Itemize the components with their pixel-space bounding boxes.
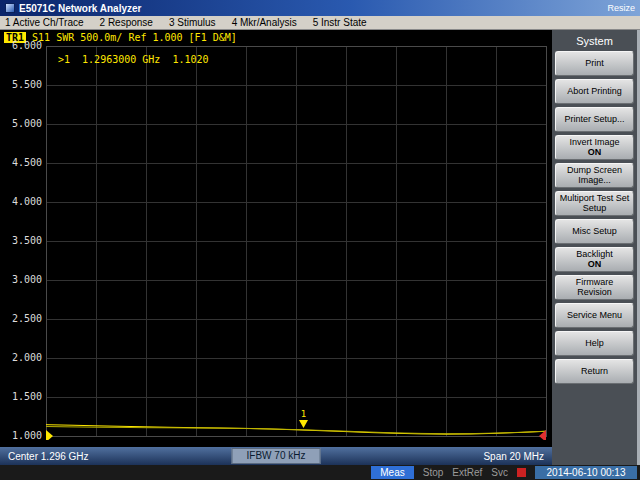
- ifbw-label: IFBW 70 kHz: [232, 448, 321, 464]
- softkey-invert-image[interactable]: Invert ImageON: [555, 135, 634, 160]
- span-label: Span 20 MHz: [483, 451, 544, 462]
- softkey-label: Printer Setup...: [564, 115, 624, 125]
- y-axis-tick-label: 5.500: [2, 79, 42, 90]
- channel-window: TR1 S11 SWR 500.0m/ Ref 1.000 [F1 D&M] 1…: [0, 30, 552, 465]
- softkey-misc-setup[interactable]: Misc Setup: [555, 219, 634, 244]
- plot-canvas: 1: [46, 46, 548, 440]
- softkey-menu: System PrintAbort PrintingPrinter Setup.…: [552, 30, 640, 465]
- instrument-screen: E5071C Network Analyzer Resize 1 Active …: [0, 0, 640, 480]
- y-axis-tick-label: 2.000: [2, 352, 42, 363]
- menu-bar: 1 Active Ch/Trace2 Response3 Stimulus4 M…: [0, 16, 640, 30]
- y-axis-tick-label: 6.000: [2, 40, 42, 51]
- status-bar: Meas Stop ExtRef Svc 2014-06-10 00:13: [0, 465, 640, 480]
- resize-button[interactable]: Resize: [607, 3, 635, 13]
- status-extref-indicator: ExtRef: [452, 467, 482, 478]
- softkey-label: Service Menu: [567, 311, 622, 321]
- window-titlebar: E5071C Network Analyzer Resize: [0, 0, 640, 16]
- softkey-service-menu[interactable]: Service Menu: [555, 303, 634, 328]
- softkey-list: PrintAbort PrintingPrinter Setup...Inver…: [555, 51, 634, 387]
- menu-item-4-mkr-analysis[interactable]: 4 Mkr/Analysis: [232, 17, 297, 28]
- softkey-label: Multiport Test Set Setup: [558, 194, 631, 214]
- softkey-label: Abort Printing: [567, 87, 622, 97]
- y-axis-tick-label: 1.000: [2, 430, 42, 441]
- menu-item-1-active-ch-trace[interactable]: 1 Active Ch/Trace: [5, 17, 84, 28]
- softkey-help[interactable]: Help: [555, 331, 634, 356]
- softkey-return[interactable]: Return: [555, 359, 634, 384]
- softkey-printer-setup[interactable]: Printer Setup...: [555, 107, 634, 132]
- softkey-value: ON: [588, 260, 602, 270]
- softkey-firmware-revision[interactable]: Firmware Revision: [555, 275, 634, 300]
- status-svc-indicator: Svc: [491, 467, 508, 478]
- y-axis-tick-label: 2.500: [2, 313, 42, 324]
- softkey-abort-printing[interactable]: Abort Printing: [555, 79, 634, 104]
- stimulus-footer: Center 1.296 GHz IFBW 70 kHz Span 20 MHz: [0, 447, 552, 465]
- softkey-label: Misc Setup: [572, 227, 617, 237]
- window-title: E5071C Network Analyzer: [19, 3, 603, 14]
- marker-readout: >1 1.2963000 GHz 1.1020: [58, 54, 209, 65]
- y-axis-tick-label: 3.500: [2, 235, 42, 246]
- marker-1-label: 1: [301, 409, 306, 419]
- menu-item-2-response[interactable]: 2 Response: [100, 17, 153, 28]
- status-red-led: [517, 468, 526, 477]
- softkey-label: Print: [585, 59, 604, 69]
- status-datetime: 2014-06-10 00:13: [535, 466, 637, 479]
- softkey-value: ON: [588, 148, 602, 158]
- softkey-multiport-test-set-setup[interactable]: Multiport Test Set Setup: [555, 191, 634, 216]
- y-axis-tick-label: 3.000: [2, 274, 42, 285]
- menu-item-3-stimulus[interactable]: 3 Stimulus: [169, 17, 216, 28]
- trace-header: TR1 S11 SWR 500.0m/ Ref 1.000 [F1 D&M]: [0, 30, 552, 44]
- y-axis-tick-label: 1.500: [2, 391, 42, 402]
- y-axis-tick-label: 4.500: [2, 157, 42, 168]
- marker-1-triangle[interactable]: [299, 420, 308, 428]
- menu-item-5-instr-state[interactable]: 5 Instr State: [313, 17, 367, 28]
- status-meas-badge: Meas: [371, 466, 413, 479]
- softkey-backlight[interactable]: BacklightON: [555, 247, 634, 272]
- softkey-label: Return: [581, 367, 608, 377]
- main-body: TR1 S11 SWR 500.0m/ Ref 1.000 [F1 D&M] 1…: [0, 30, 640, 465]
- softkey-label: Firmware Revision: [558, 278, 631, 298]
- softkey-menu-title: System: [555, 32, 634, 51]
- app-icon: [5, 3, 15, 13]
- softkey-dump-screen-image[interactable]: Dump Screen Image...: [555, 163, 634, 188]
- reference-level-marker-left: [46, 430, 53, 440]
- y-axis-tick-label: 4.000: [2, 196, 42, 207]
- softkey-label: Help: [585, 339, 604, 349]
- center-frequency-label: Center 1.296 GHz: [8, 451, 89, 462]
- graph-area: 1 >1 1.2963000 GHz 1.1020 6.0005.5005.00…: [0, 44, 552, 447]
- trace-settings-text: S11 SWR 500.0m/ Ref 1.000 [F1 D&M]: [32, 32, 237, 43]
- status-stop-indicator: Stop: [423, 467, 444, 478]
- softkey-print[interactable]: Print: [555, 51, 634, 76]
- y-axis-tick-label: 5.000: [2, 118, 42, 129]
- softkey-label: Dump Screen Image...: [558, 166, 631, 186]
